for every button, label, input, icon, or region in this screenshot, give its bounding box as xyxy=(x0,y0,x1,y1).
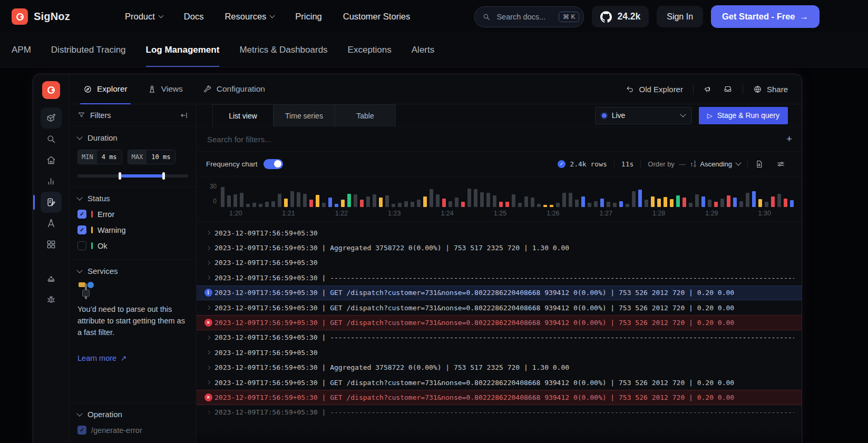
get-started-button[interactable]: Get Started - Free → xyxy=(711,5,820,28)
log-row[interactable]: 2023-12-09T17:56:59+05:30 xyxy=(197,255,802,270)
log-row[interactable]: 2023-12-09T17:56:59+05:30 | GET /dispatc… xyxy=(197,375,802,390)
filter-search-row: + xyxy=(197,127,802,152)
nav-item-pricing[interactable]: Pricing xyxy=(295,12,321,22)
sidebar-item-services[interactable] xyxy=(41,171,62,192)
log-row[interactable]: 2023-12-09T17:56:59+05:30 | ------------… xyxy=(197,330,802,345)
chart-bar xyxy=(581,196,585,207)
sidebar-item-traces[interactable] xyxy=(41,213,62,234)
slider-handle-min[interactable] xyxy=(119,172,121,180)
checkbox[interactable]: ✓ xyxy=(77,225,86,234)
stage-run-query-button[interactable]: ▷ Stage & Run query xyxy=(699,107,788,124)
chart-bar xyxy=(619,201,623,207)
sidebar-item-dashboards[interactable] xyxy=(41,234,62,255)
filter-option-generate-error[interactable]: ✓/generate-error xyxy=(77,426,188,435)
chart-bar xyxy=(499,202,503,207)
collapse-panel-icon[interactable] xyxy=(180,111,188,120)
export-icon[interactable] xyxy=(755,160,764,169)
add-filter-icon[interactable]: + xyxy=(779,133,792,145)
chart-bar xyxy=(341,200,345,207)
sidebar-item-exceptions[interactable] xyxy=(41,289,62,310)
slider-handle-max[interactable] xyxy=(162,172,165,180)
log-row[interactable]: 2023-12-09T17:56:59+05:30 | GET /dispatc… xyxy=(197,300,802,315)
order-by-control[interactable]: Order by — ↑ 10 Ascending xyxy=(640,160,747,168)
expand-chevron-icon xyxy=(202,366,214,369)
duration-section-header[interactable]: Duration xyxy=(77,133,188,142)
brand[interactable]: SigNoz xyxy=(12,8,70,25)
product-tab-exceptions[interactable]: Exceptions xyxy=(348,33,392,67)
services-section-header[interactable]: Services xyxy=(77,267,188,275)
nav-item-customer-stories[interactable]: Customer Stories xyxy=(343,12,410,22)
frequency-chart-label: Frequency chart xyxy=(206,160,258,168)
view-tab-list-view[interactable]: List view xyxy=(212,104,274,126)
view-tab-time-series[interactable]: Time series xyxy=(274,104,335,126)
operation-section-header[interactable]: Operation xyxy=(77,410,188,419)
sidebar-item-alerts[interactable] xyxy=(41,268,62,289)
product-tab-metrics-dashboards[interactable]: Metrics & Dashboards xyxy=(239,33,327,67)
order-by-value: Ascending xyxy=(700,160,732,168)
log-row[interactable]: 2023-12-09T17:56:59+05:30 | Aggregated 3… xyxy=(197,360,802,375)
github-stars-button[interactable]: 24.2k xyxy=(592,6,649,27)
megaphone-icon[interactable] xyxy=(704,84,713,94)
nav-item-label: Product xyxy=(125,12,155,22)
nav-item-product[interactable]: Product xyxy=(125,12,163,22)
chart-bar xyxy=(480,192,484,207)
keyboard-shortcut-badge: ⌘ K xyxy=(559,12,579,22)
sidebar-item-search[interactable] xyxy=(41,129,62,150)
log-row[interactable]: 2023-12-09T17:56:59+05:30 | Aggregated 3… xyxy=(197,240,802,255)
sign-in-button[interactable]: Sign In xyxy=(657,6,703,27)
checkbox[interactable]: ✓ xyxy=(77,210,86,219)
log-row[interactable]: 2023-12-09T17:56:59+05:30 xyxy=(197,345,802,360)
x-axis: 1:201:211:221:231:241:251:261:271:281:29… xyxy=(221,207,796,217)
play-icon: ▷ xyxy=(707,112,713,120)
status-section-header[interactable]: Status xyxy=(77,194,188,203)
docs-search-input[interactable] xyxy=(495,12,554,22)
product-tab-alerts[interactable]: Alerts xyxy=(412,33,434,67)
log-row[interactable]: ✕2023-12-09T17:56:59+05:30 | GET /dispat… xyxy=(197,315,802,330)
checkbox[interactable]: ✓ xyxy=(77,426,86,435)
filter-option-error[interactable]: ✓Error xyxy=(77,210,188,219)
chart-bar xyxy=(335,204,338,207)
tab-explorer[interactable]: Explorer xyxy=(83,74,128,104)
row-count-value: 2.4k rows xyxy=(570,160,607,168)
share-button[interactable]: Share xyxy=(753,85,788,94)
min-label: MIN xyxy=(78,150,97,164)
learn-more-link[interactable]: Learn more ↗ xyxy=(77,354,188,362)
filter-funnel-icon xyxy=(77,111,85,119)
docs-search[interactable]: ⌘ K xyxy=(474,6,584,27)
tab-views[interactable]: Views xyxy=(148,74,183,104)
filter-option-warning[interactable]: ✓Warning xyxy=(77,225,188,234)
product-tab-distributed-tracing[interactable]: Distributed Tracing xyxy=(51,33,126,67)
max-duration-input[interactable]: 10 ms xyxy=(147,150,175,164)
min-duration-input[interactable]: 4 ms xyxy=(97,150,122,164)
expand-chevron-icon xyxy=(202,231,214,234)
nav-item-resources[interactable]: Resources xyxy=(225,12,274,22)
nav-item-docs[interactable]: Docs xyxy=(184,12,204,22)
chart-bar xyxy=(771,196,775,207)
log-row[interactable]: 2023-12-09T17:56:59+05:30 | ------------… xyxy=(197,405,802,420)
divider xyxy=(743,84,743,94)
log-text: 2023-12-09T17:56:59+05:30 xyxy=(214,349,318,357)
frequency-chart-toggle[interactable] xyxy=(264,159,283,169)
log-row[interactable]: 2023-12-09T17:56:59+05:30 xyxy=(197,225,802,240)
filter-option-label: Error xyxy=(97,210,114,219)
product-tab-apm[interactable]: APM xyxy=(12,33,31,67)
sidebar-item-home[interactable] xyxy=(41,150,62,171)
duration-range-slider[interactable] xyxy=(77,174,188,178)
product-tab-log-management[interactable]: Log Management xyxy=(146,33,220,67)
view-tab-table[interactable]: Table xyxy=(335,104,396,126)
log-row[interactable]: ✕2023-12-09T17:56:59+05:30 | GET /dispat… xyxy=(197,390,802,405)
options-sliders-icon[interactable] xyxy=(776,160,785,169)
old-explorer-button[interactable]: Old Explorer xyxy=(626,85,683,94)
tab-configuration[interactable]: Configuration xyxy=(203,74,265,104)
sidebar-item-onboarding[interactable] xyxy=(41,107,62,129)
log-row[interactable]: i2023-12-09T17:56:59+05:30 | GET /dispat… xyxy=(197,286,802,300)
chart-bar xyxy=(638,190,642,207)
filter-search-input[interactable] xyxy=(206,134,779,144)
log-row[interactable]: 2023-12-09T17:56:59+05:30 | ------------… xyxy=(197,270,802,285)
inbox-icon[interactable] xyxy=(723,84,733,94)
sidebar-item-logs[interactable] xyxy=(41,192,62,213)
sort-digits: 10 xyxy=(694,160,696,168)
checkbox[interactable] xyxy=(77,241,86,250)
filter-option-ok[interactable]: Ok xyxy=(77,241,188,250)
live-dropdown[interactable]: Live xyxy=(595,107,692,124)
